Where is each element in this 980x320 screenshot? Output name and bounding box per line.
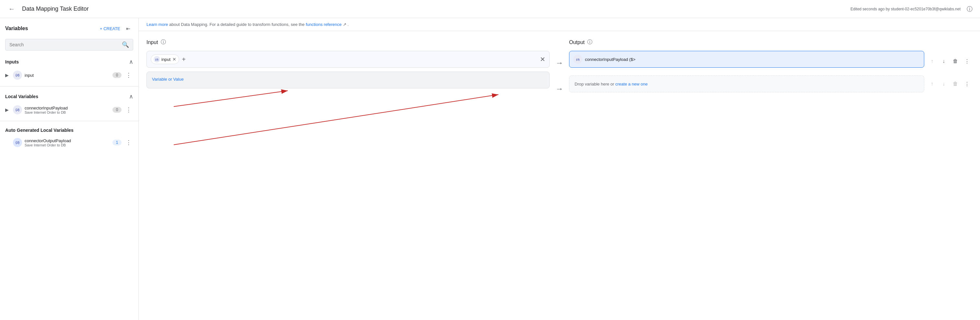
content-area: Learn more about Data Mapping. For a det…	[139, 18, 980, 320]
expand-arrow-icon: ▶	[5, 107, 10, 112]
list-item[interactable]: ▶ {J} input 0 ⋮	[0, 68, 138, 82]
move-down-button[interactable]: ↓	[939, 56, 949, 67]
info-bar-end: .	[347, 22, 349, 27]
output-drop-actions: ↑ ↓ 🗑 ⋮	[927, 79, 972, 89]
input-column: Input ⓘ {J} input ✕ + ✕	[146, 39, 550, 312]
output-column-header: Output ⓘ	[569, 39, 972, 46]
pill-close-button[interactable]: ✕	[172, 57, 176, 62]
sidebar-actions: + CREATE ⇤	[100, 23, 133, 34]
inputs-section-header[interactable]: Inputs ∧	[0, 56, 138, 68]
list-item[interactable]: ▶ {J} connectorInputPayload Save Interne…	[0, 103, 138, 117]
sidebar-title: Variables	[5, 25, 28, 32]
back-icon: ←	[8, 5, 15, 13]
var-name: connectorOutputPayload	[25, 138, 110, 143]
var-name-group: input	[25, 73, 110, 78]
main-container: Variables + CREATE ⇤ 🔍 Inputs ∧	[0, 18, 980, 320]
arrow-icon-2: →	[555, 84, 563, 93]
var-icon: {J}	[13, 105, 22, 114]
info-bar: Learn more about Data Mapping. For a det…	[139, 18, 980, 31]
local-variables-section-header[interactable]: Local Variables ∧	[0, 90, 138, 103]
var-subtitle: Save Internet Order to DB	[25, 111, 110, 114]
search-icon: 🔍	[122, 41, 129, 48]
output-info-icon: ⓘ	[587, 39, 592, 46]
drop-zone-text: Drop variable here or create a new one	[574, 82, 648, 87]
variable-value-box[interactable]: Variable or Value	[146, 71, 550, 89]
edited-status: Edited seconds ago by student-02-ec5201e…	[850, 7, 961, 11]
var-name-group: connectorOutputPayload Save Internet Ord…	[25, 138, 110, 147]
local-variables-section-title: Local Variables	[5, 94, 38, 99]
variable-more-button[interactable]: ⋮	[124, 138, 133, 147]
pill-label: input	[161, 57, 170, 62]
output-item-actions: ↑ ↓ 🗑 ⋮	[927, 56, 972, 67]
output-item-row: {J} connectorInputPayload ($> ↑ ↓ 🗑 ⋮	[569, 51, 972, 71]
var-badge: 1	[113, 139, 121, 146]
close-input-row-button[interactable]: ✕	[540, 55, 546, 63]
collapse-sidebar-button[interactable]: ⇤	[123, 23, 133, 34]
header-left: ← Data Mapping Task Editor	[5, 3, 89, 16]
var-icon: {J}	[13, 138, 22, 147]
sidebar-header: Variables + CREATE ⇤	[0, 18, 138, 36]
create-button[interactable]: + CREATE	[100, 26, 120, 31]
functions-reference-link[interactable]: functions reference	[305, 22, 342, 27]
auto-generated-section-title: Auto Generated Local Variables	[5, 128, 73, 133]
info-button[interactable]: ⓘ	[964, 4, 975, 14]
auto-generated-section: Auto Generated Local Variables ▶ {J} con…	[0, 122, 138, 152]
delete-drop-button[interactable]: 🗑	[950, 79, 961, 89]
search-container: 🔍	[0, 36, 138, 53]
info-icon: ⓘ	[967, 5, 972, 13]
search-input[interactable]	[10, 42, 119, 47]
pill-icon: {J}	[154, 56, 160, 62]
output-title: Output	[569, 40, 585, 45]
inputs-section: Inputs ∧ ▶ {J} input 0 ⋮	[0, 53, 138, 85]
move-down-drop-button[interactable]: ↓	[939, 79, 949, 89]
more-output-button[interactable]: ⋮	[962, 56, 972, 67]
output-item-label: connectorInputPayload ($>	[585, 57, 637, 62]
variable-more-button[interactable]: ⋮	[124, 105, 133, 114]
delete-output-button[interactable]: 🗑	[950, 56, 961, 67]
add-icon: +	[182, 56, 186, 63]
more-drop-button[interactable]: ⋮	[962, 79, 972, 89]
variable-value-text: Variable or Value	[152, 77, 184, 82]
arrow-icon-1: →	[555, 58, 563, 67]
var-name-group: connectorInputPayload Save Internet Orde…	[25, 106, 110, 114]
var-badge: 0	[113, 72, 121, 78]
input-info-icon: ⓘ	[161, 39, 166, 46]
header: ← Data Mapping Task Editor Edited second…	[0, 0, 980, 18]
input-column-header: Input ⓘ	[146, 39, 550, 46]
var-icon: {J}	[13, 71, 22, 80]
divider	[0, 86, 138, 87]
learn-more-link[interactable]: Learn more	[146, 22, 168, 27]
local-variables-section: Local Variables ∧ ▶ {J} connectorInputPa…	[0, 88, 138, 119]
info-bar-text: about Data Mapping. For a detailed guide…	[169, 22, 305, 27]
move-up-drop-button[interactable]: ↑	[927, 79, 937, 89]
output-drop-zone[interactable]: Drop variable here or create a new one	[569, 76, 924, 92]
back-button[interactable]: ←	[5, 3, 18, 16]
header-right: Edited seconds ago by student-02-ec5201e…	[850, 4, 975, 14]
search-box: 🔍	[5, 39, 133, 51]
output-column: Output ⓘ {J} connectorInputPayload ($> ↑…	[569, 39, 972, 312]
variable-more-button[interactable]: ⋮	[124, 71, 133, 80]
arrow-column: → →	[550, 39, 569, 312]
var-name: connectorInputPayload	[25, 106, 110, 111]
input-title: Input	[146, 40, 158, 45]
var-subtitle: Save Internet Order to DB	[25, 143, 110, 147]
input-pill-row: {J} input ✕ + ✕	[146, 51, 550, 68]
move-up-button[interactable]: ↑	[927, 56, 937, 67]
output-item[interactable]: {J} connectorInputPayload ($>	[569, 51, 924, 68]
page-title: Data Mapping Task Editor	[22, 5, 89, 12]
list-item[interactable]: ▶ {J} connectorOutputPayload Save Intern…	[0, 135, 138, 150]
var-name: input	[25, 73, 110, 78]
sidebar: Variables + CREATE ⇤ 🔍 Inputs ∧	[0, 18, 139, 320]
inputs-chevron-icon: ∧	[129, 58, 133, 65]
var-badge: 0	[113, 107, 121, 113]
auto-generated-section-header[interactable]: Auto Generated Local Variables	[0, 125, 138, 135]
create-new-link[interactable]: create a new one	[616, 82, 648, 87]
add-input-button[interactable]: +	[179, 55, 188, 64]
inputs-section-title: Inputs	[5, 59, 19, 65]
input-pill: {J} input ✕	[151, 54, 179, 64]
local-variables-chevron-icon: ∧	[129, 93, 133, 100]
expand-arrow-icon: ▶	[5, 73, 10, 78]
mapping-container: Input ⓘ {J} input ✕ + ✕	[139, 31, 980, 320]
collapse-icon: ⇤	[126, 25, 130, 32]
output-drop-row: Drop variable here or create a new one ↑…	[569, 76, 972, 92]
